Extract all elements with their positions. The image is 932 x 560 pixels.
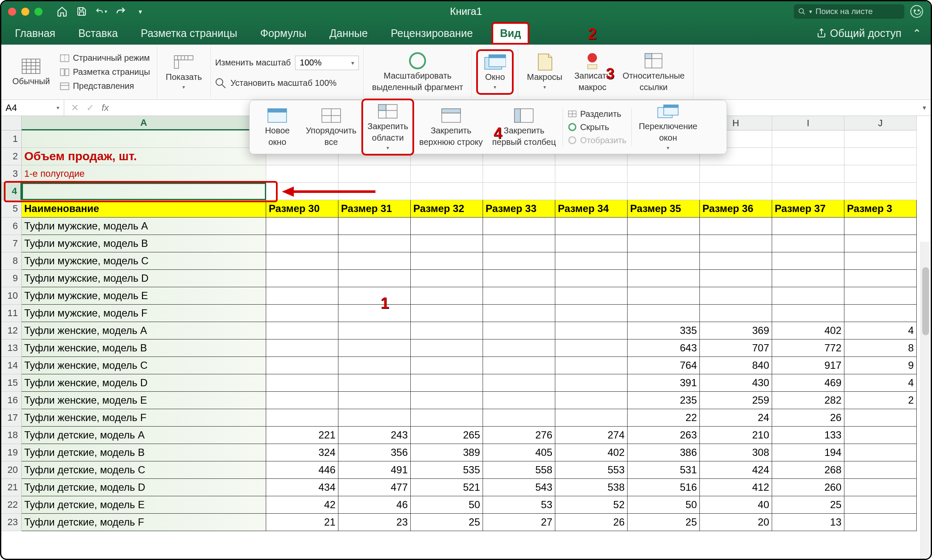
- select-all-corner[interactable]: [1, 116, 22, 130]
- cell[interactable]: [772, 130, 844, 148]
- vertical-scrollbar[interactable]: [921, 242, 930, 560]
- cell[interactable]: [844, 444, 917, 461]
- cell[interactable]: [700, 287, 772, 305]
- tab-view[interactable]: Вид: [492, 22, 529, 45]
- cell[interactable]: Туфли женские, модель A: [22, 322, 266, 339]
- cell[interactable]: [483, 183, 555, 200]
- cell[interactable]: [411, 218, 483, 235]
- row-header-6[interactable]: 6: [1, 218, 22, 235]
- cell[interactable]: 50: [411, 496, 483, 514]
- cell[interactable]: [411, 183, 483, 200]
- cell[interactable]: 260: [772, 479, 844, 496]
- tab-home[interactable]: Главная: [11, 25, 60, 42]
- cell[interactable]: [844, 409, 917, 427]
- qat-customize-icon[interactable]: ▾: [134, 6, 146, 17]
- zoom-select[interactable]: 100%: [295, 56, 359, 70]
- cell[interactable]: [22, 183, 266, 200]
- cell[interactable]: [338, 322, 411, 339]
- name-box[interactable]: A4: [1, 100, 64, 116]
- cell[interactable]: 282: [772, 392, 844, 409]
- cell[interactable]: [628, 165, 700, 183]
- cell[interactable]: [338, 392, 411, 409]
- cell[interactable]: [555, 287, 628, 305]
- cell[interactable]: [772, 165, 844, 183]
- cell[interactable]: 23: [338, 514, 411, 531]
- cell[interactable]: 553: [555, 461, 628, 479]
- cell[interactable]: [483, 218, 555, 235]
- cell[interactable]: [700, 252, 772, 270]
- cell[interactable]: [483, 252, 555, 270]
- cell[interactable]: 2: [844, 392, 917, 409]
- tab-data[interactable]: Данные: [325, 25, 372, 42]
- worksheet-grid[interactable]: ABCDEFGHIJ 12345678910111213141516171819…: [1, 116, 931, 560]
- cell[interactable]: 764: [628, 357, 700, 374]
- cell[interactable]: 405: [483, 444, 555, 461]
- cell[interactable]: 243: [338, 427, 411, 444]
- cell[interactable]: [266, 357, 338, 374]
- show-button[interactable]: Показать: [162, 51, 206, 93]
- cell[interactable]: 356: [338, 444, 411, 461]
- cell[interactable]: [483, 339, 555, 357]
- cell[interactable]: 402: [772, 322, 844, 339]
- cell[interactable]: [555, 252, 628, 270]
- cell[interactable]: [844, 287, 917, 305]
- share-button[interactable]: Общий доступ ⌃: [816, 27, 921, 40]
- window-button[interactable]: Окно: [476, 49, 514, 95]
- cell[interactable]: Размер 35: [628, 200, 700, 218]
- cell[interactable]: Туфли детские, модель C: [22, 461, 266, 479]
- cell[interactable]: [411, 165, 483, 183]
- cell[interactable]: [844, 218, 917, 235]
- cell[interactable]: [628, 270, 700, 287]
- custom-views-button[interactable]: Представления: [57, 80, 152, 92]
- cell[interactable]: [411, 305, 483, 322]
- cell[interactable]: [844, 270, 917, 287]
- cell[interactable]: 133: [772, 427, 844, 444]
- save-icon[interactable]: [76, 6, 88, 17]
- cell[interactable]: [700, 305, 772, 322]
- cell[interactable]: [266, 392, 338, 409]
- cell[interactable]: [555, 218, 628, 235]
- cell[interactable]: 558: [483, 461, 555, 479]
- row-header-8[interactable]: 8: [1, 252, 22, 270]
- cell[interactable]: Туфли женские, модель E: [22, 392, 266, 409]
- row-header-13[interactable]: 13: [1, 339, 22, 357]
- cell[interactable]: 335: [628, 322, 700, 339]
- cell[interactable]: [338, 165, 411, 183]
- close-window-button[interactable]: [8, 8, 16, 16]
- cell[interactable]: Размер 3: [844, 200, 917, 218]
- column-header-J[interactable]: J: [844, 116, 917, 130]
- cell[interactable]: [772, 252, 844, 270]
- cell[interactable]: [266, 218, 338, 235]
- cell[interactable]: 434: [266, 479, 338, 496]
- cell[interactable]: [555, 305, 628, 322]
- cell[interactable]: 25: [411, 514, 483, 531]
- cell[interactable]: [338, 287, 411, 305]
- cell[interactable]: [844, 461, 917, 479]
- cell[interactable]: [266, 165, 338, 183]
- cell[interactable]: [338, 374, 411, 392]
- cell[interactable]: [411, 357, 483, 374]
- cell[interactable]: 24: [700, 409, 772, 427]
- cell[interactable]: 1-е полугодие: [22, 165, 266, 183]
- tab-review[interactable]: Рецензирование: [386, 25, 477, 42]
- cell[interactable]: [266, 305, 338, 322]
- macros-button[interactable]: Макросы: [523, 51, 566, 93]
- cell[interactable]: 538: [555, 479, 628, 496]
- cell[interactable]: [700, 218, 772, 235]
- cell[interactable]: [483, 322, 555, 339]
- tab-formulas[interactable]: Формулы: [256, 25, 311, 42]
- cell[interactable]: [628, 305, 700, 322]
- cell[interactable]: [266, 252, 338, 270]
- cell[interactable]: [483, 374, 555, 392]
- cell[interactable]: [411, 409, 483, 427]
- undo-icon[interactable]: ▾: [95, 6, 107, 17]
- cell[interactable]: 308: [700, 444, 772, 461]
- zoom-100-button[interactable]: Установить масштаб 100%: [215, 78, 337, 89]
- cell[interactable]: [772, 235, 844, 252]
- normal-view-button[interactable]: Обычный: [8, 55, 54, 89]
- cell[interactable]: 469: [772, 374, 844, 392]
- cell[interactable]: [483, 287, 555, 305]
- tab-insert[interactable]: Вставка: [74, 25, 122, 42]
- cell[interactable]: Размер 33: [483, 200, 555, 218]
- cell[interactable]: [338, 252, 411, 270]
